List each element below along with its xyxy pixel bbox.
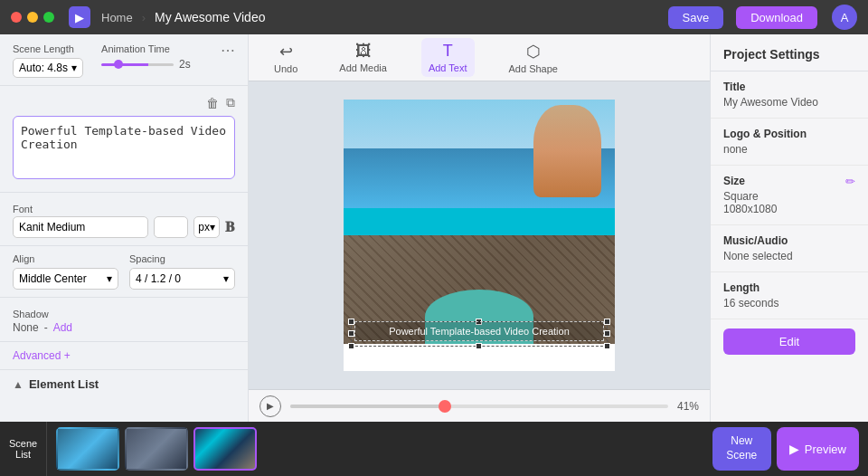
undo-button[interactable]: ↩ Undo [267,38,305,78]
size-shape: Square [723,190,855,203]
shadow-row: None - Add [13,321,235,334]
size-edit-icon[interactable]: ✏ [845,175,855,188]
home-link[interactable]: Home [101,11,133,24]
shadow-section: Shadow None - Add [0,298,248,342]
minimize-button[interactable] [27,12,38,23]
font-unit-select[interactable]: px▾ [193,216,220,238]
right-panel-title: Project Settings [711,34,868,71]
traffic-lights [11,12,54,23]
app-icon: ▶ [69,6,90,28]
advanced-button[interactable]: Advanced + [0,342,248,370]
scene-length-label: Scene Length [13,43,83,54]
length-key: Length [723,281,855,294]
add-shape-button[interactable]: ⬡ Add Shape [502,38,565,78]
add-text-label: Add Text [429,62,467,73]
scene-length-section: Scene Length Auto: 4.8s ▾ [13,43,83,78]
canvas-wrapper: Powerful Template-based Video Creation [344,100,615,371]
add-shape-label: Add Shape [509,63,558,74]
canvas-cyan-bar [344,208,615,235]
delete-element-button[interactable]: 🗑 [206,95,219,110]
logo-value: none [723,143,855,156]
shadow-add-button[interactable]: Add [53,321,72,334]
main-layout: Scene Length Auto: 4.8s ▾ Animation Time… [0,34,868,422]
spacing-chevron-icon: ▾ [223,272,229,285]
settings-length-section: Length 16 seconds [711,272,868,319]
animation-time-slider[interactable] [101,63,174,66]
align-select[interactable]: Middle Center ▾ [13,268,118,290]
play-button[interactable]: ▶ [259,395,281,417]
bold-button[interactable]: 𝐁 [225,219,235,235]
shadow-value: None [13,321,39,334]
element-actions: 🗑 ⧉ [13,95,235,110]
add-shape-icon: ⬡ [526,42,541,62]
add-text-icon: T [443,42,453,61]
progress-fill [290,405,445,408]
center-panel: ↩ Undo 🖼 Add Media T Add Text ⬡ Add Shap… [249,34,710,422]
shadow-separator: - [44,321,48,334]
add-media-button[interactable]: 🖼 Add Media [332,38,394,77]
scene-thumb-1[interactable] [56,427,119,471]
preview-label: Preview [805,443,846,456]
chevron-down-icon: ▾ [71,62,77,74]
scene-length-value: Auto: 4.8s [19,62,68,74]
align-spacing-row: Align Middle Center ▾ Spacing 4 / 1.2 / … [13,253,235,290]
preview-button[interactable]: ▶ Preview [777,427,859,471]
size-key: Size [723,175,745,187]
new-scene-button[interactable]: New Scene [712,427,771,471]
scene-list-label: Scene List [0,422,47,476]
progress-track[interactable] [290,405,668,408]
handle-bottom-center[interactable] [476,343,482,349]
edit-button[interactable]: Edit [723,328,855,355]
save-button[interactable]: Save [668,6,724,29]
align-label: Align [13,253,118,264]
scene-thumb-2[interactable] [125,427,188,471]
canvas-text-overlay[interactable]: Powerful Template-based Video Creation [354,321,604,341]
person-figure [533,105,601,197]
spacing-select[interactable]: 4 / 1.2 / 0 ▾ [129,268,235,290]
handle-bottom-right[interactable] [604,343,610,349]
font-family-value: Kanit Medium [19,221,85,233]
music-key: Music/Audio [723,234,855,247]
scene-length-select[interactable]: Auto: 4.8s ▾ [13,58,83,78]
align-column: Align Middle Center ▾ [13,253,118,290]
canvas-content[interactable]: Powerful Template-based Video Creation [344,100,615,371]
more-options-button[interactable]: ⋯ [221,42,235,59]
titlebar: ▶ Home › My Awesome Video Save Download … [0,0,868,34]
font-section: Font Kanit Medium 36 px▾ 𝐁 [0,193,248,246]
element-list-label: Element List [29,377,99,391]
settings-music-section: Music/Audio None selected [711,225,868,272]
align-spacing-section: Align Middle Center ▾ Spacing 4 / 1.2 / … [0,246,248,298]
font-family-select[interactable]: Kanit Medium [13,216,148,238]
canvas-image-top [344,100,615,208]
font-size-input[interactable]: 36 [154,216,188,238]
canvas-area: Powerful Template-based Video Creation [249,81,710,389]
copy-element-button[interactable]: ⧉ [226,95,235,110]
settings-title-section: Title My Awesome Video [711,71,868,119]
size-dimensions: 1080x1080 [723,203,855,215]
scene-thumb-3[interactable] [193,427,257,471]
length-value: 16 seconds [723,297,855,309]
text-content-input[interactable]: Powerful Template-based Video Creation [13,116,235,179]
new-scene-line1: New [731,434,752,447]
left-panel: Scene Length Auto: 4.8s ▾ Animation Time… [0,34,249,422]
title-key: Title [723,81,855,93]
maximize-button[interactable] [43,12,54,23]
size-row: Size ✏ [723,175,855,190]
scene-thumbs [47,422,712,476]
add-text-button[interactable]: T Add Text [421,38,475,77]
spacing-value: 4 / 1.2 / 0 [136,272,181,285]
animation-slider-row: 2s [101,58,203,71]
animation-time-section: Animation Time 2s [101,43,203,71]
align-chevron-icon: ▾ [107,272,112,285]
animation-time-value: 2s [179,58,191,71]
undo-icon: ↩ [279,42,293,62]
progress-thumb[interactable] [439,400,451,413]
chevron-up-icon: ▲ [13,378,24,391]
close-button[interactable] [11,12,22,23]
title-separator: › [142,11,146,24]
toolbar: ↩ Undo 🖼 Add Media T Add Text ⬡ Add Shap… [249,34,710,81]
element-list-bar[interactable]: ▲ Element List [0,370,248,398]
handle-bottom-left[interactable] [348,343,354,349]
download-button[interactable]: Download [736,6,817,29]
user-avatar[interactable]: A [832,5,857,30]
